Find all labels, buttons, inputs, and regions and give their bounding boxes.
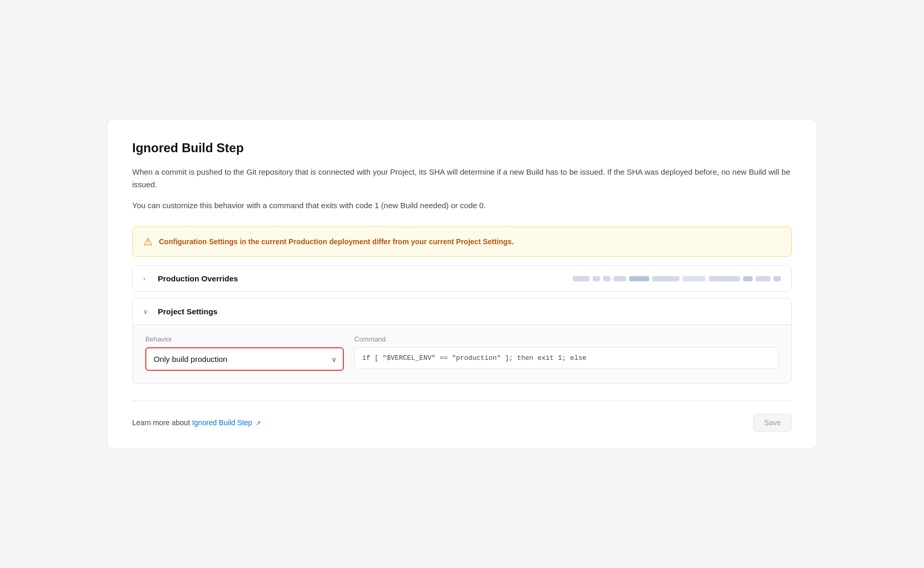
- project-settings-accordion: ∨ Project Settings Behavior Only build p…: [132, 298, 792, 384]
- blur-block: [652, 276, 679, 281]
- warning-banner: ⚠ Configuration Settings in the current …: [132, 226, 792, 257]
- behavior-select[interactable]: Only build production Always build Ignor…: [145, 347, 344, 371]
- behavior-label: Behavior: [145, 335, 344, 343]
- blur-block: [593, 276, 600, 281]
- blurred-content: [573, 276, 781, 281]
- command-input[interactable]: [354, 347, 779, 369]
- learn-more-link[interactable]: Ignored Build Step ↗: [192, 418, 260, 427]
- chevron-right-icon: ›: [143, 275, 152, 282]
- project-settings-header[interactable]: ∨ Project Settings: [133, 299, 791, 325]
- save-button[interactable]: Save: [753, 414, 792, 431]
- page-title: Ignored Build Step: [132, 141, 792, 155]
- blur-block: [629, 276, 649, 281]
- blur-block: [773, 276, 781, 281]
- ignored-build-step-card: Ignored Build Step When a commit is push…: [107, 119, 817, 449]
- blur-block: [614, 276, 626, 281]
- blur-block: [573, 276, 590, 281]
- behavior-select-wrapper: Only build production Always build Ignor…: [145, 347, 344, 371]
- project-settings-title: Project Settings: [158, 307, 217, 316]
- warning-icon: ⚠: [143, 235, 153, 248]
- description-2: You can customize this behavior with a c…: [132, 199, 792, 212]
- fields-row: Behavior Only build production Always bu…: [145, 335, 779, 371]
- blur-block: [743, 276, 753, 281]
- learn-more-text: Learn more about Ignored Build Step ↗: [132, 418, 261, 427]
- command-field-group: Command: [354, 335, 779, 371]
- project-settings-body: Behavior Only build production Always bu…: [133, 325, 791, 383]
- external-link-icon: ↗: [256, 419, 261, 427]
- description-1: When a commit is pushed to the Git repos…: [132, 166, 792, 191]
- footer: Learn more about Ignored Build Step ↗ Sa…: [132, 401, 792, 431]
- blur-block: [709, 276, 740, 281]
- production-overrides-header[interactable]: › Production Overrides: [133, 266, 791, 291]
- chevron-down-icon: ∨: [143, 308, 152, 315]
- production-overrides-accordion: › Production Overrides: [132, 265, 792, 292]
- blur-block: [603, 276, 610, 281]
- production-overrides-title: Production Overrides: [158, 274, 238, 283]
- blur-block: [683, 276, 706, 281]
- behavior-field-group: Behavior Only build production Always bu…: [145, 335, 344, 371]
- warning-text: Configuration Settings in the current Pr…: [159, 237, 514, 246]
- blur-block: [756, 276, 770, 281]
- command-label: Command: [354, 335, 779, 343]
